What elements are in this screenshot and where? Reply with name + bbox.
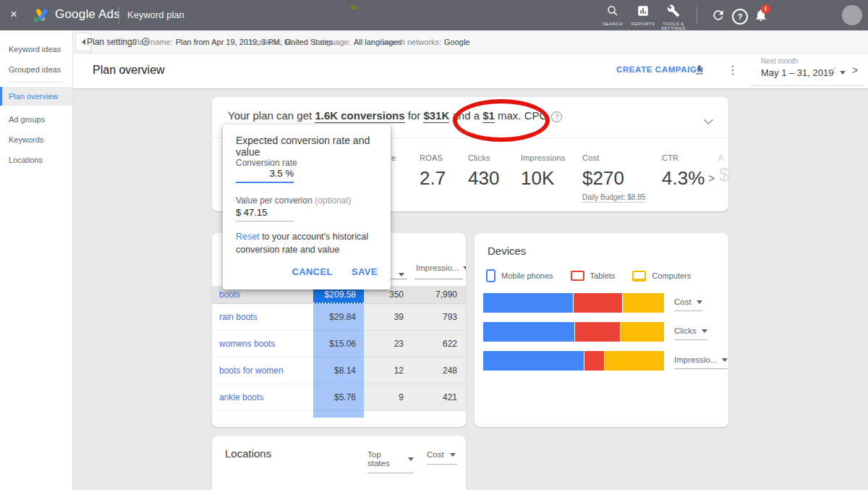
- metric-label: ROAS: [420, 153, 446, 162]
- search-nav-button[interactable]: SEARCH: [596, 4, 629, 26]
- sidebar-item-keyword-ideas[interactable]: Keyword ideas: [0, 40, 72, 59]
- mobile-phone-icon: [486, 269, 495, 282]
- clicks-cell: 23: [364, 331, 409, 358]
- reset-link[interactable]: Reset: [236, 232, 260, 242]
- notifications-bell-icon[interactable]: !: [754, 8, 768, 25]
- clicks-cell: 9: [364, 384, 409, 411]
- impressions-cell: 248: [409, 358, 466, 384]
- cancel-button[interactable]: CANCEL: [292, 266, 333, 277]
- metric-value: $270: [582, 167, 645, 190]
- bar-segment-mobile: [483, 351, 584, 371]
- networks-value: Google: [444, 38, 469, 46]
- metric-ctr: CTR 4.3%: [662, 153, 705, 190]
- metrics-scroll-right-chevron[interactable]: >: [708, 172, 715, 185]
- clicks-bar-dropdown[interactable]: Clicks: [674, 326, 707, 340]
- table-row: ankle boots $5.76 9 421: [212, 384, 466, 411]
- save-button[interactable]: SAVE: [352, 266, 378, 277]
- networks-label: Search networks:: [380, 38, 441, 46]
- search-icon: [606, 4, 619, 17]
- avatar[interactable]: [842, 5, 862, 25]
- chevron-down-icon: [722, 358, 728, 362]
- cost-bar-dropdown[interactable]: Cost: [674, 297, 702, 311]
- sidebar-item-grouped-ideas[interactable]: Grouped ideas: [0, 60, 72, 79]
- bar-segment-computers: [623, 293, 664, 313]
- chevron-down-icon: [697, 300, 702, 304]
- keyword-link[interactable]: boots for women: [212, 358, 313, 384]
- chevron-down-icon: [463, 266, 466, 270]
- table-row: boots for women $8.14 12 248: [212, 358, 466, 384]
- app-title: Keyword plan: [127, 9, 184, 20]
- top-states-dropdown[interactable]: Top states: [367, 450, 414, 473]
- devices-card: Devices Mobile phones Tablets Computers …: [475, 233, 728, 427]
- metric-cost: Cost $270 Daily Budget: $8.85: [582, 153, 645, 203]
- create-campaign-button[interactable]: CREATE CAMPAIGN: [616, 65, 703, 74]
- metric-clicks: Clicks 430: [468, 153, 499, 190]
- clipped-metric-label: A: [718, 153, 723, 162]
- help-icon[interactable]: ?: [732, 9, 748, 25]
- sidebar-item-plan-overview[interactable]: Plan overview: [0, 87, 72, 106]
- cpc-cell[interactable]: $15.06: [313, 331, 364, 358]
- previous-period-chevron[interactable]: <: [830, 64, 836, 76]
- search-label: SEARCH: [596, 22, 629, 26]
- value-per-conversion-input[interactable]: $ 47.15: [236, 207, 294, 221]
- metric-value: 4.3%: [662, 167, 705, 190]
- cost-dropdown[interactable]: Cost: [427, 450, 457, 465]
- metric-label: Cost: [582, 153, 645, 162]
- keyword-link[interactable]: rain boots: [212, 304, 313, 331]
- conversion-rate-dialog: Expected conversion rate and value Conve…: [223, 124, 391, 290]
- impressions-bar-dropdown[interactable]: Impressio...: [674, 355, 728, 369]
- total-cost-value[interactable]: $31K: [423, 109, 449, 123]
- keyword-link[interactable]: womens boots: [212, 331, 313, 358]
- refresh-icon[interactable]: [711, 8, 726, 25]
- reports-nav-button[interactable]: REPORTS: [626, 4, 660, 26]
- bar-segment-tablets: [574, 293, 622, 313]
- sidebar-item-keywords[interactable]: Keywords: [0, 130, 72, 149]
- notification-badge: !: [761, 4, 770, 14]
- daily-budget-note[interactable]: Daily Budget: $8.85: [582, 193, 645, 203]
- impressions-column-dropdown[interactable]: Impressio...: [416, 263, 466, 272]
- bar-label: Cost: [674, 297, 692, 306]
- sidebar-item-ad-groups[interactable]: Ad groups: [0, 110, 72, 129]
- reports-label: REPORTS: [626, 22, 660, 26]
- date-range-underline: [749, 85, 865, 86]
- hidden-column-dropdown[interactable]: [399, 266, 404, 279]
- topbar-divider-2: [697, 7, 697, 24]
- conversion-rate-input[interactable]: 3.5 %: [236, 168, 294, 183]
- cpc-help-icon[interactable]: ?: [551, 111, 562, 122]
- clicks-cell: 12: [364, 358, 409, 384]
- dropdown-label: Cost: [427, 450, 444, 459]
- conversion-rate-label: Conversion rate: [236, 158, 297, 168]
- metric-label: Impressions: [521, 153, 566, 162]
- cpc-cell[interactable]: $29.84: [313, 304, 364, 331]
- cpc-cell[interactable]: $5.76: [313, 384, 364, 411]
- chevron-down-icon: [450, 453, 456, 457]
- keyword-link[interactable]: ankle boots: [212, 384, 313, 411]
- tools-settings-nav-button[interactable]: TOOLS & SETTINGS: [657, 4, 690, 30]
- keywords-table: boots $209.58 350 7,990 rain boots $29.8…: [212, 286, 466, 411]
- max-cpc-value[interactable]: $1: [482, 109, 495, 123]
- close-icon[interactable]: ×: [10, 7, 17, 22]
- tools-settings-label: TOOLS & SETTINGS: [657, 22, 690, 30]
- sidebar-item-locations[interactable]: Locations: [0, 151, 72, 169]
- more-options-icon[interactable]: ⋮: [727, 63, 739, 77]
- conversions-value[interactable]: 1.6K conversions: [315, 109, 404, 123]
- impressions-cell: 793: [409, 304, 466, 331]
- reports-icon: [637, 4, 650, 17]
- optional-hint: (optional): [312, 195, 351, 206]
- next-period-chevron[interactable]: >: [852, 64, 858, 76]
- impressions-cell: 421: [409, 384, 466, 411]
- plan-settings-label: Plan settings: [87, 37, 137, 47]
- legend-computers: Computers: [632, 271, 691, 282]
- download-icon[interactable]: [693, 64, 706, 80]
- language-label: Language:: [313, 38, 351, 46]
- headline-text-4: max. CPC: [495, 109, 548, 122]
- clicks-cell: 39: [364, 304, 409, 331]
- cpc-cell[interactable]: $8.14: [313, 358, 364, 384]
- tablet-icon: [571, 271, 584, 281]
- legend-mobile-phones: Mobile phones: [486, 269, 553, 282]
- chevron-down-icon: [840, 71, 846, 75]
- google-ads-logo-icon[interactable]: [32, 7, 49, 24]
- brand-name: Google Ads: [55, 7, 120, 22]
- networks-info: Search networks: Google: [380, 30, 469, 53]
- collapse-card-chevron[interactable]: [705, 113, 712, 126]
